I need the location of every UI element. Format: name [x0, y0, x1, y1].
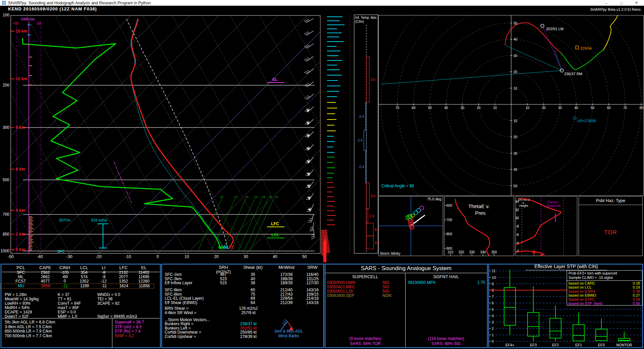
- temp-adv-box: [366, 56, 369, 102]
- hodo-ring-label: 50: [514, 184, 518, 188]
- kinematics-panel[interactable]: SRH (m2/s2)Shear (kt)MnWindSRWSFC-1km467…: [161, 264, 324, 348]
- parcel-row-mu: MU3559-111199-11162411858: [0, 284, 154, 289]
- stp-prob-value: 0.55: [633, 301, 640, 305]
- hodo-ring-label: 10: [514, 119, 518, 123]
- hodo-ring-label: 10: [493, 106, 497, 110]
- classic-supercell-label2: Supercell: [546, 204, 560, 208]
- temp-axis-label: 50: [302, 254, 307, 259]
- storm-slinky-panel[interactable]: 75.0 degStorm Slinky: [378, 196, 443, 256]
- temp-axis-label: -30: [66, 254, 72, 259]
- stp-category-label: EF4+: [505, 343, 515, 347]
- temp-adv-box: [366, 236, 374, 249]
- srwind-y-label: 2: [517, 249, 519, 253]
- srwind-y-label: 14: [516, 200, 519, 203]
- thetae-y-label: 600: [446, 204, 452, 207]
- minimize-button[interactable]: –: [599, 0, 614, 6]
- stp-y-label: 0: [492, 339, 494, 343]
- hodograph-panel[interactable]: 7060504030201010203040506070805040302010…: [378, 15, 644, 196]
- hodo-ring-label: 30: [514, 152, 518, 155]
- dry-adiabat: [230, 15, 361, 253]
- inflow-depth-label: 2077m: [59, 218, 70, 222]
- barb-caption-1: 1km & 6km AGL: [268, 329, 310, 334]
- wind-barb: [304, 41, 314, 49]
- stp-y-label: 6: [492, 301, 494, 305]
- lapse-rates: Sfc-3km AGL LR = 6.8 C/km3-6km AGL LR = …: [5, 320, 55, 338]
- mixing-ratio-line: [250, 199, 274, 251]
- dry-adiabat: [55, 15, 186, 253]
- hodo-ring-label: 80: [639, 106, 643, 110]
- thetae-x-label: 350: [491, 250, 497, 254]
- hazard-title: Psbl Haz. Type: [579, 197, 642, 205]
- parcel-row-fcst: FCST407701352-12135212280: [1, 279, 156, 284]
- thetae-y-label: 900: [446, 247, 452, 250]
- stp-legend-subtitle: Sample CLIMO = .15 sigtor: [569, 276, 613, 280]
- thetae-panel[interactable]: ThetaE v.Pres600700800900310320330340350: [444, 196, 514, 256]
- parcel-table: PCLCAPECINHLCLLILFCELSFC2362-105354-8213…: [1, 265, 156, 289]
- mixing-ratio-label: 30: [269, 195, 272, 199]
- mixing-ratio-line: [238, 199, 262, 251]
- maximize-button[interactable]: □: [614, 0, 629, 6]
- composite-indices: Supercell = 36.7STP (cin) = 8.0STP (fix)…: [115, 320, 144, 338]
- sars-hail-result: SARS: 88% SIG: [405, 341, 487, 346]
- isotherm: [0, 15, 190, 253]
- stp-y-label: 1: [492, 333, 494, 337]
- stp-prob-value: 0.27: [633, 293, 640, 297]
- stp-y-label: 9: [492, 282, 494, 286]
- thetae-y-label: 700: [446, 218, 452, 222]
- hodo-ring-label: 60: [412, 106, 416, 110]
- right-mover-label: 236/37 RM: [564, 72, 582, 76]
- sars-title: SARS - Sounding Analogue System: [325, 264, 487, 272]
- hodo-3-6km: [561, 50, 603, 70]
- thetae-title: ThetaE v.: [468, 203, 489, 209]
- thermo-panel[interactable]: PCLCAPECINHLCLLILFCELSFC2362-105354-8213…: [1, 264, 161, 348]
- grid-line: [310, 204, 314, 211]
- stp-category-label: EF0: [598, 343, 605, 347]
- stp-panel[interactable]: Effective Layer STP (with CIN)0123456789…: [488, 264, 643, 348]
- lfc-label: LFC: [271, 221, 279, 226]
- hodo-ring-label: 50: [428, 106, 432, 110]
- hodo-ring-label: 40: [444, 106, 448, 110]
- skewt-frame: [11, 15, 320, 253]
- temp-axis-label: 0: [157, 254, 159, 259]
- stp-category-label: EF3: [530, 343, 537, 347]
- critical-angle-label: Critical Angle = 88: [381, 184, 414, 188]
- temp-adv-value: 3.6: [371, 194, 375, 198]
- slinky-title: Storm Slinky: [380, 251, 400, 255]
- kinematics-row: SFC-6km65212/40143/16: [162, 288, 323, 292]
- stp-legend-title: Prob EF2+ torn with supercell: [569, 271, 617, 275]
- mixing-ratio-label: 10: [220, 195, 223, 199]
- sars-match[interactable]: 06100400.MPX1.75: [408, 281, 486, 285]
- wind-barb: [305, 155, 314, 164]
- hodo-ring-label: 50: [591, 106, 595, 110]
- pressure-label: 850: [3, 232, 9, 237]
- hazard-value: TOR: [579, 229, 642, 236]
- hazard-panel[interactable]: Psbl Haz. Type TOR: [579, 196, 643, 256]
- sars-match[interactable]: 03042400.SEPNON: [327, 294, 404, 298]
- mean-wind-marker[interactable]: [576, 46, 579, 49]
- skewt-panel[interactable]: 100200300500700850100015 km12 km9 km6 km…: [0, 6, 379, 263]
- thermo-indices-col2: K = 37TT = 61ConvT = 84FmaxT = 85FESP = …: [58, 293, 81, 319]
- parcel-row-sfc: SFC2362-105354-8213211402: [1, 270, 156, 275]
- omega-minus-label: -10: [36, 21, 41, 25]
- wind-barb: [304, 66, 314, 74]
- srwind-title3: Height: [519, 204, 528, 207]
- lcl-label: LCL: [271, 233, 279, 237]
- window-titlebar[interactable]: SHARPpy: Sounding and Hodograph Analysis…: [0, 0, 644, 6]
- sars-supercell-result: SARS: 56% TOR: [325, 341, 405, 346]
- wind-barb: [307, 203, 314, 213]
- mixing-ratio-label: 22: [254, 195, 258, 199]
- temp-adv-box: [366, 183, 369, 209]
- upshear-label: UP=278/39: [577, 119, 596, 123]
- sr-wind-row: 4-6km SR Wind =257/9 kt: [162, 311, 323, 315]
- km-label: 3 km: [16, 208, 25, 213]
- srwind-panel[interactable]: SR Windv.HeightClassicSupercell141210864…: [516, 196, 577, 256]
- sfc-label: SFC: [57, 249, 64, 253]
- temp-axis-label: 30: [244, 254, 248, 259]
- dry-adiabat: [0, 15, 40, 253]
- sars-panel[interactable]: SARS - Sounding Analogue System SUPERCEL…: [325, 264, 488, 348]
- wind-barb: [304, 28, 314, 36]
- close-button[interactable]: ✕: [629, 0, 644, 6]
- hodo-ring-label: 30: [461, 106, 465, 110]
- temp-adv-value: 3.5: [371, 78, 375, 82]
- dry-adiabat: [26, 15, 157, 253]
